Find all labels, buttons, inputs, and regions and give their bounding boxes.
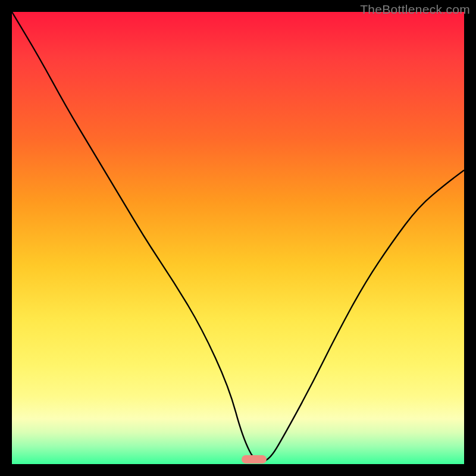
bottleneck-curve — [12, 12, 464, 464]
chart-frame: TheBottleneck.com — [0, 0, 476, 476]
optimal-marker — [242, 455, 267, 464]
plot-area — [12, 12, 464, 464]
